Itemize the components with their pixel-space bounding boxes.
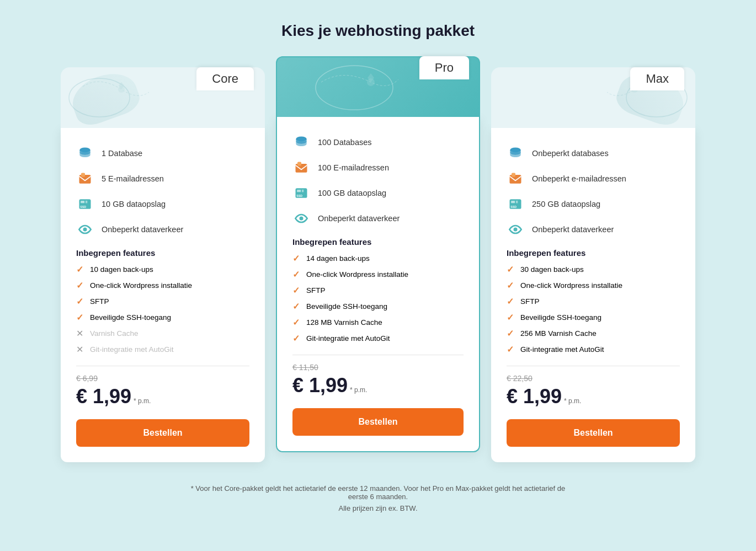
plan-max: Max Onbeperkt databases Onbeperkt e-mail… [491,67,695,462]
check-icon: ✓ [507,344,514,355]
spec-ssd-text: 250 GB dataopslag [532,200,600,208]
price-divider [292,355,464,355]
check-icon: ✓ [76,280,83,291]
feature-text: SFTP [90,297,109,306]
svg-text:SSD: SSD [296,194,302,197]
page-title: Kies je webhosting pakket [281,22,475,40]
check-icon: ✓ [507,296,514,307]
spec-database: Onbeperkt databases [507,145,680,162]
spec-traffic: Onbeperkt dataverkeer [292,210,464,227]
plan-pro: Pro 100 Databases 100 E-mailadressen SSD… [276,56,480,452]
svg-point-11 [316,66,393,110]
plan-pro-price-suffix: * p.m. [350,386,367,394]
svg-rect-6 [81,201,84,203]
plan-core: Core 1 Database 5 E-mailadressen SSD 10 … [61,67,265,462]
plans-container: Core 1 Database 5 E-mailadressen SSD 10 … [47,67,709,462]
plan-core-price: € 1,99 [76,385,131,408]
check-icon: ✓ [507,312,514,323]
svg-point-10 [83,228,87,232]
feature-text: 30 dagen back-ups [520,265,584,274]
price-divider [507,366,680,366]
svg-rect-3 [79,175,91,184]
plan-pro-card: 100 Databases 100 E-mailadressen SSD 100… [276,117,480,452]
feature-item: ✓SFTP [292,285,464,296]
plan-core-card: 1 Database 5 E-mailadressen SSD 10 GB da… [61,128,265,462]
check-icon: ✓ [292,301,300,312]
ssd-icon: SSD [507,195,524,213]
feature-item: ✓SFTP [507,296,680,307]
spec-traffic: Onbeperkt dataverkeer [507,221,680,238]
plan-max-card: Onbeperkt databases Onbeperkt e-mailadre… [491,128,695,462]
spec-traffic: Onbeperkt dataverkeer [76,221,249,238]
feature-item: ✓Beveiligde SSH-toegang [507,312,680,323]
traffic-icon [507,221,524,238]
check-icon: ✓ [292,317,300,328]
feature-text: Beveiligde SSH-toegang [306,302,387,311]
plan-pro-old-price: € 11,50 [292,363,464,372]
spec-ssd: SSD 10 GB dataopslag [76,195,249,213]
plan-core-old-price: € 6,99 [76,374,249,383]
svg-rect-18 [302,190,304,191]
feature-text: One-click Wordpress installatie [520,281,622,290]
svg-point-32 [514,228,518,232]
feature-item: ✓Git-integratie met AutoGit [292,333,464,344]
svg-rect-15 [297,162,301,166]
spec-email: 5 E-mailadressen [76,170,249,188]
feature-item: ✓128 MB Varnish Cache [292,317,464,328]
feature-text: 14 dagen back-ups [306,254,370,263]
svg-text:SSD: SSD [510,205,517,208]
spec-ssd: SSD 250 GB dataopslag [507,195,680,213]
check-icon: ✓ [507,280,514,291]
price-divider [76,366,249,366]
feature-text: One-click Wordpress installatie [90,281,192,290]
spec-ssd-text: 10 GB dataopslag [102,200,166,208]
feature-text: Beveiligde SSH-toegang [90,313,171,322]
plan-max-features-title: Inbegrepen features [507,248,680,258]
feature-item: ✓256 MB Varnish Cache [507,328,680,339]
feature-text: 128 MB Varnish Cache [306,318,382,327]
plan-max-badge: Max [630,67,684,90]
feature-item: ✓Git-integratie met AutoGit [507,344,680,355]
svg-point-21 [300,217,304,221]
spec-email-text: Onbeperkt e-mailadressen [532,174,626,183]
svg-rect-28 [511,201,515,203]
plan-pro-price: € 1,99 [292,374,348,397]
feature-item: ✓One-click Wordpress installatie [507,280,680,291]
check-icon: ✓ [292,285,300,296]
plan-pro-order-button[interactable]: Bestellen [292,408,464,436]
feature-item: ✓One-click Wordpress installatie [76,280,249,291]
svg-rect-26 [512,173,515,177]
spec-traffic-text: Onbeperkt dataverkeer [318,214,400,223]
plan-max-order-button[interactable]: Bestellen [507,419,680,447]
spec-email-text: 5 E-mailadressen [102,174,164,183]
spec-database: 100 Databases [292,133,464,151]
check-icon: ✓ [76,312,83,323]
spec-database: 1 Database [76,145,249,162]
email-icon [292,159,310,176]
traffic-icon [292,210,310,227]
feature-text: Beveiligde SSH-toegang [520,313,601,322]
feature-item: ✕Varnish Cache [76,328,249,339]
database-icon [507,145,524,162]
database-icon [292,133,310,151]
feature-item: ✓14 dagen back-ups [292,253,464,264]
plan-core-order-button[interactable]: Bestellen [76,419,249,447]
feature-text: Varnish Cache [90,329,139,338]
email-icon [507,170,524,188]
check-icon: ✓ [507,264,514,275]
spec-traffic-text: Onbeperkt dataverkeer [532,225,614,234]
plan-max-price-suffix: * p.m. [564,397,581,405]
svg-text:SSD: SSD [80,205,86,208]
database-icon [76,145,94,162]
spec-database-text: 100 Databases [318,138,372,147]
spec-ssd: SSD 100 GB dataopslag [292,184,464,202]
plan-max-old-price: € 22,50 [507,374,680,383]
traffic-icon [76,221,94,238]
svg-rect-7 [86,201,88,202]
feature-text: Git-integratie met AutoGit [90,345,174,354]
feature-item: ✕Git-integratie met AutoGit [76,344,249,355]
plan-core-price-suffix: * p.m. [134,397,151,405]
plan-pro-features-title: Inbegrepen features [292,237,464,247]
feature-item: ✓Beveiligde SSH-toegang [76,312,249,323]
footnote-line1: * Voor het Core-pakket geldt het actieta… [185,484,571,501]
